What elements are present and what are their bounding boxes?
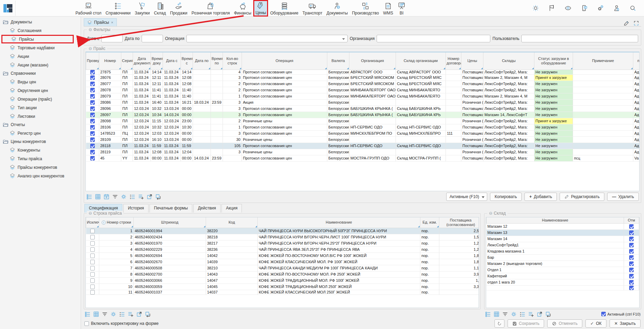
col-header[interactable]: Наименование (258, 217, 420, 228)
col-header[interactable]: Организация (349, 52, 396, 70)
col-header[interactable]: ↑Номер строки (99, 217, 134, 228)
filter-icon[interactable] (102, 311, 108, 317)
sidebar-item[interactable]: Виды цен (0, 78, 81, 86)
exclude-checkbox[interactable] (90, 278, 95, 283)
col-header[interactable]: Дата с (163, 52, 181, 70)
sidebar-group-1[interactable]: Справочники (0, 69, 81, 78)
refresh-icon[interactable] (545, 311, 551, 317)
module-desktop[interactable]: Рабочий стол (73, 0, 103, 17)
mark-checkbox[interactable] (629, 230, 634, 235)
module-finance[interactable]: Финансы (232, 0, 253, 17)
row-checkbox[interactable] (90, 131, 95, 136)
col-header[interactable]: Время по (211, 52, 223, 70)
warehouse-row[interactable]: Кладовка магазина 1 (487, 248, 639, 254)
cancel-button[interactable]: Отменить (547, 319, 582, 328)
exclude-checkbox[interactable] (90, 235, 95, 239)
price-row[interactable]: 28076ПЛ11.03.2412:1111.03.2412:083Проток… (86, 74, 640, 81)
col-header[interactable]: Поставщика (согласованная) (439, 217, 479, 228)
warehouse-row[interactable]: Бар (487, 254, 639, 260)
export-icon[interactable] (136, 311, 142, 317)
price-row[interactable]: 28077ПЛ11.03.2412:1111.03.2412:082Проток… (86, 81, 640, 87)
price-row[interactable]: 28106ПЛ12.03.2410:3212.03.2410:301Проток… (86, 124, 640, 130)
spec-row[interactable]: 1460524600199438220ЧАЙ ПРИНЦЕССА НУРИ ВЫ… (86, 228, 479, 234)
export-icon[interactable] (146, 194, 153, 200)
add-button[interactable]: +Добавить (524, 193, 557, 201)
price-row[interactable]: 28097ПЛ12.03.2410:3414.03.2400:003Проток… (86, 112, 640, 118)
sidebar-item[interactable]: Анализ цен конкурентов (0, 172, 81, 180)
exclude-checkbox[interactable] (90, 266, 95, 270)
spec-row[interactable]: 6460524600267014039КОФЕ ЖОКЕЙ КЛАССИЧЕСК… (86, 259, 479, 265)
mark-checkbox[interactable] (629, 249, 634, 254)
user-lock-icon[interactable] (613, 4, 620, 12)
col-header[interactable]: пс (633, 52, 640, 70)
filter-icon[interactable] (112, 194, 118, 200)
save-button[interactable]: Сохранить (508, 319, 544, 328)
gear-icon[interactable] (110, 311, 116, 317)
sidebar-item[interactable]: Округления цен (0, 86, 81, 95)
subtab-История[interactable]: История (123, 204, 149, 213)
warehouse-row[interactable]: ЛюксСофтТрейд1 (487, 242, 639, 248)
price-row[interactable]: 27875ПЛ11.03.2414:1411.03.2414:144Проток… (86, 70, 640, 74)
collapse-icon[interactable]: ⊖ (89, 211, 92, 216)
warehouse-row[interactable]: Кафетерий (487, 273, 639, 279)
spec-row[interactable]: 7460524600050838210ЧАЙ ПРИНЦЕССА КАНДИ М… (86, 265, 479, 271)
sidebar-item[interactable]: Конкуренты (0, 146, 81, 154)
sidebar-item[interactable]: Тип акции (0, 103, 81, 112)
price-row[interactable]: 1478523ПЦ12.03.2412:0312.03.2400:003Прот… (86, 130, 640, 136)
price-row[interactable]: 28078ПЛ11.03.2411:4111.03.2411:402Проток… (86, 87, 640, 93)
gear-icon[interactable] (121, 194, 127, 200)
row-checkbox[interactable] (90, 82, 95, 86)
col-header[interactable]: Операция (242, 52, 327, 70)
search-icon[interactable] (629, 4, 636, 12)
num-list-icon[interactable] (119, 311, 125, 317)
row-checkbox[interactable] (90, 119, 95, 123)
module-equipment[interactable]: Оборудование (268, 0, 300, 17)
spec-row[interactable]: 9460524600306614047КОФЕ ЖОКЕЙ ТРАДИЦИОНН… (86, 277, 479, 284)
filter-icon[interactable] (502, 311, 508, 317)
operation-select[interactable] (186, 35, 348, 42)
module-references[interactable]: Справочники (103, 0, 133, 17)
exclude-checkbox[interactable] (90, 285, 95, 289)
col-header-mark[interactable]: Отм (624, 217, 639, 223)
sidebar-item[interactable]: Регистр цен (0, 129, 81, 137)
price-row[interactable]: 28118ПЛ11.03.2411:5911.03.2411:59105Прот… (86, 143, 640, 149)
sidebar-item[interactable]: Прайсы (1, 35, 74, 43)
col-header[interactable]: Серия (121, 52, 133, 70)
spec-row[interactable]: 11460524600103714037КОФЕ ЖОКЕЙ КЛАССИЧЕС… (86, 290, 479, 295)
module-sales[interactable]: Продажи (168, 0, 190, 17)
mark-checkbox[interactable] (629, 274, 634, 278)
copy-button[interactable]: Копировать (490, 193, 522, 201)
view-list-icon[interactable] (86, 194, 92, 200)
active-filter-select[interactable]: Активные (F10) (446, 193, 487, 201)
num-list-icon[interactable] (129, 194, 135, 200)
sidebar-item[interactable]: Листовки (0, 112, 81, 121)
exclude-checkbox[interactable] (90, 229, 95, 233)
mark-checkbox[interactable] (629, 224, 634, 229)
spec-row[interactable]: 3460524600197038217ЧАЙ ПРИНЦЕССА НУРИ В/… (86, 240, 479, 246)
row-checkbox[interactable] (90, 100, 95, 105)
col-header[interactable]: Исключить (86, 217, 99, 228)
mark-checkbox[interactable] (629, 261, 634, 266)
col-header[interactable]: Проведен (86, 52, 99, 70)
mark-checkbox[interactable] (629, 280, 634, 285)
add-list-icon[interactable] (127, 311, 134, 317)
collapse-icon[interactable]: ⊖ (89, 46, 92, 51)
close-button[interactable]: ✕Закрыть (610, 319, 641, 328)
warehouse-row[interactable] (487, 285, 639, 290)
view-grid-icon[interactable] (93, 311, 99, 317)
sidebar-item[interactable]: Операции (прайс) (0, 95, 81, 103)
col-header[interactable]: Цены (461, 52, 483, 70)
price-row[interactable]: 45YY11.03.2400:0011.03.2400:0014.03.2423… (86, 155, 640, 161)
exclude-checkbox[interactable] (90, 290, 95, 295)
col-header[interactable]: Время с (181, 52, 193, 70)
refresh-icon[interactable] (155, 194, 161, 200)
price-row[interactable]: 28079ПЛ11.03.2411:4111.03.2411:401Проток… (86, 93, 640, 99)
flag-icon[interactable] (548, 4, 555, 12)
num-list-icon[interactable] (519, 311, 525, 317)
tab-prices[interactable]: Прайсы × (84, 18, 117, 26)
module-bi[interactable]: BI (395, 0, 408, 17)
sidebar-group-2[interactable]: Отчеты (0, 121, 81, 129)
add-list-icon[interactable] (138, 194, 144, 200)
module-documents[interactable]: Документы (325, 0, 350, 17)
module-purchases[interactable]: Закупки (133, 0, 152, 17)
